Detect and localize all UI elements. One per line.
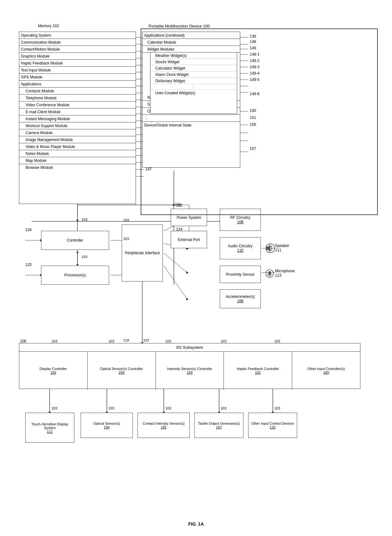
widget-modules-row: Widget Modules bbox=[143, 46, 240, 53]
ref-149: 149 bbox=[250, 46, 256, 50]
microphone-label: Microphone 113 bbox=[275, 269, 295, 278]
bus-103-label-2: 103 bbox=[123, 218, 129, 222]
user-created-widget-row: User-Created Widget(s) bbox=[150, 90, 237, 96]
bus-103-label-io2: 103 bbox=[108, 339, 114, 343]
controller-box: Controller bbox=[41, 231, 109, 250]
accelerometer-box: Accelerometer(s) 168 bbox=[220, 289, 261, 308]
memory-row-contact: Contact/Motion Module bbox=[19, 46, 136, 53]
bus-103-label-b1: 103 bbox=[52, 406, 57, 410]
bus-103-label-b5: 103 bbox=[274, 406, 280, 410]
memory-row-video-music: Video & Music Player Module bbox=[19, 143, 136, 150]
ref-148: 148 bbox=[250, 40, 256, 44]
svg-marker-37 bbox=[76, 220, 79, 222]
svg-line-50 bbox=[164, 253, 187, 273]
stocks-widget-row: Stocks Widget bbox=[150, 59, 237, 65]
apps-title-row: Applications (continued) bbox=[143, 32, 240, 39]
svg-marker-53 bbox=[186, 298, 189, 300]
bus-118-label: 118 bbox=[123, 338, 129, 342]
bus-103-label-b2: 103 bbox=[108, 406, 114, 410]
memory-row-graphics: Graphics Module bbox=[19, 53, 136, 60]
ref-136-apps: 136 bbox=[250, 34, 256, 39]
ref-120: 120 bbox=[25, 262, 32, 267]
optical-ctrl-inner: Optical Sensor(s) Controller158 bbox=[88, 352, 156, 390]
optical-sensor-box: Optical Sensor(s) 164 bbox=[81, 413, 133, 438]
memory-row-workout: Workout Support Module bbox=[19, 122, 136, 129]
ref-149-1: 149-1 bbox=[250, 52, 260, 57]
haptic-ctrl-inner: Haptic Feedback Controller161 bbox=[224, 352, 292, 390]
diagram-container: Memory 102 Operating System Communicatio… bbox=[0, 0, 392, 536]
ref-155: 155 bbox=[250, 122, 256, 127]
other-input-devices-box: Other Input Control Devices 116 bbox=[248, 413, 297, 438]
dots-row: ⋮ bbox=[143, 115, 240, 122]
ref-149-3: 149-3 bbox=[250, 65, 260, 69]
memory-row-haptic: Haptic Feedback Module bbox=[19, 60, 136, 67]
bus-103-periphs: 103 bbox=[175, 202, 181, 206]
io-subsystem-box: I/O Subsystem Display Controller156 Opti… bbox=[19, 343, 360, 389]
calendar-row: Calendar Module bbox=[143, 39, 240, 46]
ref-149-6: 149-6 bbox=[250, 92, 260, 96]
microphone-icon bbox=[265, 269, 274, 278]
alarm-widget-row: Alarm Clock Widget bbox=[150, 71, 237, 78]
memory-row-apps: Applications bbox=[19, 81, 136, 88]
device-title: Portable Multifunction Device 100 bbox=[149, 24, 210, 28]
intensity-ctrl-inner: Intensity Sensor(s) Controller159 bbox=[156, 352, 224, 390]
memory-row-contacts: Contacts Module bbox=[19, 88, 136, 95]
ref-104: 104 bbox=[25, 228, 32, 232]
bus-103-label-b3: 103 bbox=[165, 406, 171, 410]
ref-149-2: 149-2 bbox=[250, 59, 260, 63]
device-state-row: Device/Global Internal State bbox=[143, 122, 240, 129]
rf-circuitry-box: RF Circuitry 108 bbox=[220, 209, 261, 231]
bus-103-label-io5: 103 bbox=[274, 339, 280, 343]
memory-row-image: Image Management Module bbox=[19, 136, 136, 143]
fig-caption: FIG. 1A bbox=[188, 521, 204, 527]
external-port-box: External Port bbox=[171, 231, 207, 248]
memory-row-os: Operating System bbox=[19, 32, 136, 39]
processor-box: Processor(s) bbox=[41, 266, 109, 285]
memory-row-text: Text Input Module bbox=[19, 67, 136, 74]
bus-103-label-b4: 103 bbox=[221, 406, 226, 410]
bus-103-label-1: 103 bbox=[82, 218, 87, 221]
peripherals-interface-box: Peripherals Interface bbox=[122, 225, 163, 281]
ref-124: 124 bbox=[176, 227, 182, 231]
other-ctrl-inner: Other Input Controller(s)160 bbox=[292, 352, 360, 390]
tactile-output-box: Tactile Output Generator(s) 167 bbox=[194, 413, 243, 438]
bus-103-label-io4: 103 bbox=[221, 339, 226, 343]
power-system-box: Power System bbox=[171, 209, 207, 226]
memory-title: Memory 102 bbox=[38, 24, 59, 28]
bus-103-label-io1: 103 bbox=[52, 339, 57, 343]
dictionary-widget-row: Dictionary Widget bbox=[150, 78, 237, 84]
memory-box: Operating System Communication Module Co… bbox=[19, 32, 136, 204]
svg-marker-51 bbox=[186, 271, 189, 274]
contact-intensity-box: Contact Intensity Sensor(s) 165 bbox=[138, 413, 190, 438]
ref-157: 157 bbox=[250, 146, 256, 151]
memory-row-email: E-mail Client Module bbox=[19, 108, 136, 115]
ref-147: 147 bbox=[145, 167, 152, 171]
svg-marker-85 bbox=[76, 251, 79, 253]
svg-rect-94 bbox=[268, 271, 271, 275]
widget-sub-box: Weather Widget(s) Stocks Widget Calculat… bbox=[150, 52, 237, 114]
calculator-widget-row: Calculator Widget bbox=[150, 65, 237, 71]
ref-149-4: 149-4 bbox=[250, 71, 260, 76]
memory-row-camera: Camera Module bbox=[19, 129, 136, 136]
memory-row-notes: Notes Module bbox=[19, 150, 136, 157]
weather-widget-row: Weather Widget(s) bbox=[150, 52, 237, 59]
speaker-label: Speaker 111 bbox=[275, 243, 289, 252]
speaker-icon bbox=[264, 242, 277, 255]
proximity-sensor-box: Proximity Sensor bbox=[220, 266, 261, 283]
memory-row-map: Map Module bbox=[19, 157, 136, 164]
bus-103-label-3: 103 bbox=[123, 237, 129, 241]
memory-row-comm: Communication Module bbox=[19, 39, 136, 46]
touch-display-box: Touch-Sensitive Display System 112 bbox=[25, 413, 74, 443]
display-ctrl-inner: Display Controller156 bbox=[19, 352, 88, 390]
memory-row-telephone: Telephone Module bbox=[19, 95, 136, 102]
ref-151: 151 bbox=[250, 115, 256, 120]
ref-150: 150 bbox=[250, 108, 256, 113]
memory-row-gps: GPS Module bbox=[19, 74, 136, 81]
bus-103-label-io3: 103 bbox=[165, 339, 171, 343]
memory-row-browser: Browser Module bbox=[19, 164, 136, 171]
audio-circuitry-box: Audio Circuitry 110 bbox=[220, 237, 261, 259]
memory-row-video-conf: Video Conference Module bbox=[19, 102, 136, 108]
svg-line-52 bbox=[164, 266, 187, 299]
io-subsystem-title: I/O Subsystem bbox=[19, 343, 360, 352]
widget-dots: ⋮ bbox=[150, 84, 237, 90]
